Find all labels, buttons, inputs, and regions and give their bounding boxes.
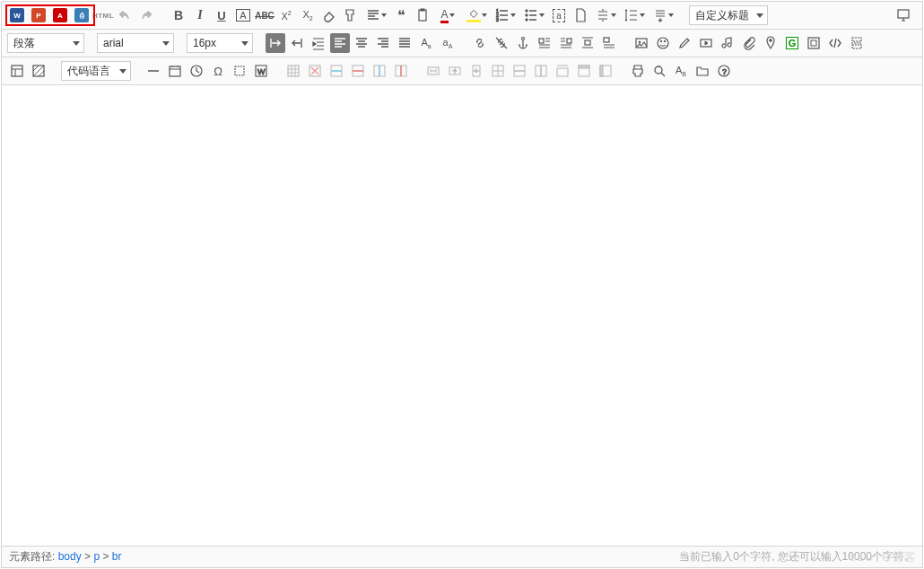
fontborder-button[interactable]: A — [233, 5, 253, 25]
help-button[interactable]: ? — [714, 61, 734, 81]
undo-button[interactable] — [115, 5, 135, 25]
insert-col-button[interactable] — [370, 61, 389, 81]
subscript-button[interactable]: X2 — [298, 5, 318, 25]
select-all-button[interactable]: a — [549, 5, 569, 25]
fullscreen-button[interactable] — [893, 5, 913, 25]
blockquote-button[interactable]: ❝ — [391, 5, 411, 25]
path-br[interactable]: br — [112, 550, 122, 563]
unordered-list-button[interactable] — [520, 5, 547, 25]
format-match-button[interactable] — [341, 5, 361, 25]
autotypeset-button[interactable] — [362, 5, 389, 25]
split-rows-button[interactable] — [510, 61, 529, 81]
split-cols-button[interactable] — [531, 61, 551, 81]
delete-table-button[interactable] — [305, 61, 325, 81]
insert-frame-button[interactable] — [804, 33, 824, 53]
imgleft-icon — [537, 36, 552, 50]
fontsize-dropdown[interactable]: 16px — [187, 33, 253, 53]
insert-table-button[interactable] — [283, 61, 303, 81]
touppercase-button[interactable]: Aa — [416, 33, 436, 53]
ordered-list-button[interactable]: 123 — [492, 5, 519, 25]
pencil-icon — [677, 36, 692, 50]
codelang-dropdown[interactable]: 代码语言 — [61, 61, 131, 81]
delete-col-button[interactable] — [391, 61, 411, 81]
gmap-button[interactable]: G — [782, 33, 802, 53]
link-button[interactable] — [470, 33, 490, 53]
insert-image-button[interactable] — [632, 33, 651, 53]
indent-button[interactable] — [309, 33, 328, 53]
line-height-button[interactable] — [621, 5, 648, 25]
searchreplace-button[interactable]: AB — [671, 61, 691, 81]
clear-doc-button[interactable] — [571, 5, 590, 25]
merge-right-button[interactable] — [445, 61, 465, 81]
print-button[interactable]: ⎙ — [72, 5, 92, 25]
table-caption-button[interactable] — [553, 61, 572, 81]
music-button[interactable] — [718, 33, 737, 53]
pasteplain-button[interactable] — [413, 5, 432, 25]
align-center-button[interactable] — [352, 33, 371, 53]
image-none-button[interactable] — [599, 33, 619, 53]
import-pdf-button[interactable]: A — [50, 5, 70, 25]
row-spacing-bottom-button[interactable] — [649, 5, 676, 25]
align-left-button[interactable] — [330, 33, 350, 53]
snapscreen-button[interactable] — [230, 61, 249, 81]
direction-ltr-button[interactable] — [266, 33, 285, 53]
align-justify-button[interactable] — [395, 33, 414, 53]
spechars-button[interactable]: Ω — [208, 61, 228, 81]
merge-down-button[interactable] — [466, 61, 486, 81]
table-title-button[interactable] — [574, 61, 594, 81]
wordimage-button[interactable]: W — [251, 61, 271, 81]
source-html-button[interactable]: HTML — [93, 5, 113, 25]
italic-button[interactable]: I — [190, 5, 210, 25]
template-button[interactable] — [7, 61, 27, 81]
map-button[interactable] — [761, 33, 780, 53]
insert-code-button[interactable] — [825, 33, 845, 53]
scrawl-button[interactable] — [675, 33, 694, 53]
superscript-button[interactable]: X2 — [276, 5, 296, 25]
row-spacing-button[interactable] — [592, 5, 619, 25]
image-right-button[interactable] — [556, 33, 576, 53]
underline-button[interactable]: U — [212, 5, 231, 25]
direction-rtl-button[interactable] — [287, 33, 307, 53]
toolbar-row-3: 代码语言 Ω W AB ? — [2, 57, 922, 85]
preview-button[interactable] — [649, 61, 669, 81]
horizontal-rule-button[interactable] — [144, 61, 163, 81]
bold-button[interactable]: B — [169, 5, 188, 25]
merge-cells-button[interactable] — [423, 61, 443, 81]
anchor-icon — [516, 36, 530, 50]
strikethrough-button[interactable]: ABC — [255, 5, 275, 25]
mergedown-icon — [469, 64, 484, 78]
image-left-button[interactable] — [535, 33, 554, 53]
forecolor-button[interactable]: A — [434, 5, 461, 25]
underline-icon: U — [217, 9, 225, 22]
print-button-2[interactable] — [628, 61, 648, 81]
date-button[interactable] — [165, 61, 185, 81]
editor-content-area[interactable] — [2, 85, 922, 546]
remove-format-button[interactable] — [319, 5, 339, 25]
dropdown-label: 16px — [193, 37, 216, 49]
time-button[interactable] — [187, 61, 206, 81]
image-center-button[interactable] — [578, 33, 597, 53]
import-word-button[interactable]: W — [7, 5, 27, 25]
align-right-button[interactable] — [373, 33, 393, 53]
anchor-button[interactable] — [513, 33, 533, 53]
redo-button[interactable] — [136, 5, 156, 25]
tolowercase-button[interactable]: aA — [438, 33, 458, 53]
table-titlecol-button[interactable] — [596, 61, 615, 81]
path-body[interactable]: body — [58, 550, 82, 563]
split-cells-button[interactable] — [488, 61, 508, 81]
custom-title-dropdown[interactable]: 自定义标题 — [689, 5, 768, 25]
emotion-button[interactable] — [653, 33, 673, 53]
pagebreak-button[interactable] — [847, 33, 867, 53]
fontfamily-dropdown[interactable]: arial — [97, 33, 174, 53]
drafts-button[interactable] — [693, 61, 712, 81]
import-ppt-button[interactable]: P — [29, 5, 48, 25]
background-button[interactable] — [29, 61, 48, 81]
folder-icon — [695, 64, 710, 78]
unlink-button[interactable] — [492, 33, 511, 53]
attachment-button[interactable] — [739, 33, 759, 53]
insert-video-button[interactable] — [696, 33, 716, 53]
insert-row-button[interactable] — [327, 61, 346, 81]
paragraph-dropdown[interactable]: 段落 — [7, 33, 84, 53]
backcolor-button[interactable] — [463, 5, 490, 25]
delete-row-button[interactable] — [348, 61, 368, 81]
